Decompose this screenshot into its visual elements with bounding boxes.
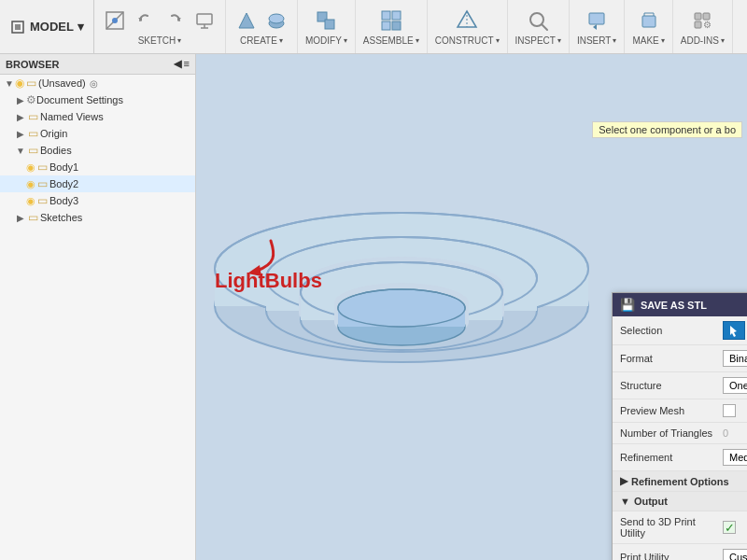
refinement-options-section[interactable]: ▶ Refinement Options: [613, 471, 747, 492]
svg-rect-13: [325, 20, 334, 29]
print-utility-select[interactable]: Custom: [723, 549, 747, 560]
preview-mesh-row: Preview Mesh: [613, 399, 747, 423]
save-icon: 💾: [620, 298, 635, 312]
modify-menu[interactable]: MODIFY ▾: [298, 0, 356, 53]
add-ins-menu[interactable]: ⚙ ADD-INS ▾: [673, 0, 733, 53]
expand-icon3: ▶: [15, 112, 26, 122]
add-ins-arrow: ▾: [721, 36, 725, 45]
print-utility-label: Print Utility: [620, 552, 723, 560]
preview-mesh-checkbox[interactable]: [723, 404, 736, 417]
svg-rect-16: [382, 21, 390, 30]
add-ins-label: ADD-INS: [681, 35, 719, 46]
tree-item-origin[interactable]: ▶ ▭ Origin: [0, 125, 195, 142]
sketch-menu[interactable]: SKETCH ▾: [94, 0, 226, 53]
model-label: MODEL: [30, 20, 74, 34]
preview-mesh-control: [723, 404, 747, 417]
create-arrow: ▾: [279, 36, 283, 45]
inspect-icon: [525, 7, 551, 34]
folder-icon8: ▭: [28, 211, 38, 224]
svg-rect-27: [695, 21, 701, 28]
assemble-menu[interactable]: ASSEMBLE ▾: [356, 0, 428, 53]
svg-rect-49: [338, 308, 465, 327]
svg-rect-25: [695, 13, 701, 20]
tree-item-bodies[interactable]: ▼ ▭ Bodies: [0, 142, 195, 159]
svg-rect-1: [15, 24, 21, 30]
folder-icon4: ▭: [28, 144, 38, 157]
construct-label: CONSTRUCT: [435, 35, 494, 46]
output-section[interactable]: ▼ Output: [613, 492, 747, 511]
redo-icon: [162, 7, 188, 34]
inspect-menu[interactable]: INSPECT ▾: [508, 0, 570, 53]
make-label: MAKE: [632, 35, 658, 46]
folder-icon7: ▭: [37, 194, 48, 207]
svg-text:⚙: ⚙: [703, 20, 712, 30]
num-triangles-label: Number of Triangles: [620, 427, 723, 439]
print-utility-control: Custom: [723, 549, 747, 560]
modify-label: MODIFY: [305, 35, 342, 46]
expand-icon: ▼: [4, 78, 15, 89]
inspect-label: INSPECT: [515, 35, 556, 46]
model-menu[interactable]: MODEL ▾: [0, 0, 94, 53]
structure-select[interactable]: One File One File Per Body: [723, 377, 747, 394]
create-icon: [233, 7, 260, 34]
named-views-label: Named Views: [40, 111, 104, 122]
make-menu[interactable]: MAKE ▾: [625, 0, 672, 53]
tree-item-body2[interactable]: ◉ ▭ Body2: [0, 175, 195, 192]
svg-point-4: [112, 18, 118, 23]
format-control: Binary ASCII: [723, 350, 747, 367]
assemble-arrow: ▾: [416, 36, 419, 45]
send-to-3d-control: ✓: [723, 521, 747, 534]
num-triangles-row: Number of Triangles 0: [613, 423, 747, 444]
refinement-select[interactable]: Low Medium High: [723, 449, 747, 466]
eye-icon2: ◉: [26, 161, 35, 174]
svg-rect-22: [589, 13, 604, 24]
browser-controls: ◀ ≡: [174, 58, 190, 70]
refinement-control: Low Medium High: [723, 449, 747, 466]
sketch-label: SKETCH: [138, 35, 176, 46]
tree-item-named-views[interactable]: ▶ ▭ Named Views: [0, 108, 195, 125]
create-icon2: [263, 7, 289, 34]
tree-item-doc-settings[interactable]: ▶ ⚙ Document Settings: [0, 91, 195, 108]
browser-title: BROWSER: [6, 59, 59, 70]
insert-label: INSERT: [577, 35, 612, 46]
format-select[interactable]: Binary ASCII: [723, 350, 747, 367]
output-label: Output: [634, 496, 668, 507]
construct-menu[interactable]: CONSTRUCT ▾: [428, 0, 508, 53]
structure-control: One File One File Per Body: [723, 377, 747, 394]
folder-icon2: ▭: [28, 110, 38, 123]
target-icon: ◎: [90, 78, 98, 89]
selection-label: Selection: [620, 325, 723, 336]
print-utility-row: Print Utility Custom: [613, 544, 747, 560]
body2-label: Body2: [49, 178, 78, 189]
tree-item-body1[interactable]: ◉ ▭ Body1: [0, 159, 195, 175]
make-arrow: ▾: [661, 36, 665, 45]
item-label: (Unsaved): [38, 77, 86, 89]
svg-rect-24: [642, 16, 655, 27]
svg-marker-23: [593, 24, 597, 30]
assemble-icon: [378, 7, 404, 34]
refinement-label: Refinement: [620, 452, 723, 463]
num-triangles-control: 0: [723, 427, 747, 439]
3d-model-view: [205, 82, 616, 530]
assemble-label: ASSEMBLE: [363, 35, 414, 46]
create-menu[interactable]: CREATE ▾: [226, 0, 298, 53]
svg-point-11: [269, 14, 284, 23]
browser-header: BROWSER ◀ ≡: [0, 54, 195, 75]
tree-item-body3[interactable]: ◉ ▭ Body3: [0, 192, 195, 209]
body3-label: Body3: [49, 195, 78, 206]
tooltip-text: Select one component or a bo: [599, 124, 736, 135]
tree-item-sketches[interactable]: ▶ ▭ Sketches: [0, 209, 195, 226]
folder-icon5: ▭: [37, 161, 48, 174]
model-arrow: ▾: [78, 20, 84, 34]
selection-button[interactable]: [723, 321, 745, 340]
create-label: CREATE: [240, 35, 277, 46]
insert-menu[interactable]: INSERT ▾: [570, 0, 626, 53]
eye-icon3: ◉: [26, 178, 35, 190]
send-to-3d-checkbox[interactable]: ✓: [723, 521, 736, 534]
num-triangles-value: 0: [723, 427, 728, 439]
refinement-options-label: Refinement Options: [631, 476, 729, 487]
insert-icon: [584, 7, 610, 34]
tree-item-unsaved[interactable]: ▼ ◉ ▭ (Unsaved) ◎: [0, 75, 195, 91]
structure-row: Structure One File One File Per Body: [613, 372, 747, 399]
svg-rect-17: [392, 21, 401, 30]
